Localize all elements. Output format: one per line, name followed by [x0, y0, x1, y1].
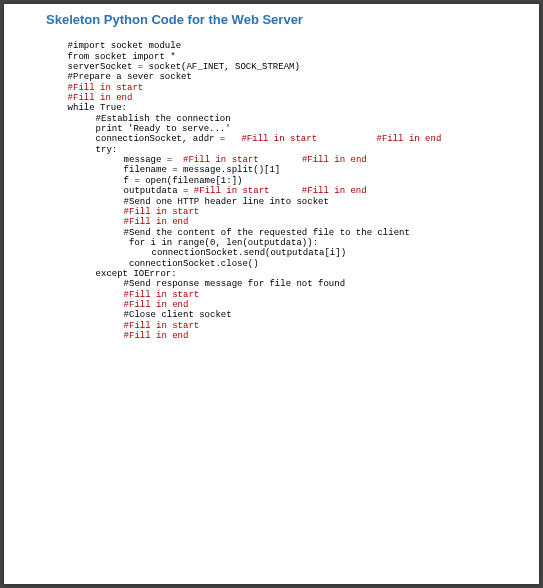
fill-in-marker: #Fill in end: [302, 155, 367, 165]
fill-in-marker: #Fill in end: [68, 217, 189, 227]
fill-in-marker: #Fill in start: [241, 134, 317, 144]
code-line: from socket import *: [68, 52, 176, 62]
code-line: #Send one HTTP header line into socket: [68, 197, 329, 207]
fill-in-marker: #Fill in end: [302, 186, 367, 196]
code-text: message =: [124, 155, 183, 165]
fill-in-marker: #Fill in start: [68, 83, 144, 93]
fill-in-marker: #Fill in start: [68, 290, 200, 300]
spacer: [269, 186, 301, 196]
code-line: filename = message.split()[1]: [68, 165, 281, 175]
doc-title: Skeleton Python Code for the Web Server: [46, 12, 497, 27]
code-line: #Send the content of the requested file …: [68, 228, 410, 238]
code-line: message = #Fill in start #Fill in end: [68, 155, 367, 165]
code-line: while True:: [68, 103, 127, 113]
code-line: #Send response message for file not foun…: [68, 279, 345, 289]
code-line: for i in range(0, len(outputdata)):: [68, 238, 318, 248]
fill-in-marker: #Fill in start: [183, 155, 259, 165]
fill-in-marker: #Fill in end: [68, 331, 189, 341]
document-page: Skeleton Python Code for the Web Server …: [4, 4, 539, 584]
fill-in-marker: #Fill in end: [68, 93, 133, 103]
code-line: #Prepare a sever socket: [68, 72, 192, 82]
fill-in-marker: #Fill in start: [68, 207, 200, 217]
code-text: connectionSocket, addr =: [96, 134, 242, 144]
code-line: connectionSocket.close(): [68, 259, 259, 269]
spacer: [259, 155, 302, 165]
code-line: f = open(filename[1:]): [68, 176, 243, 186]
code-line: except IOError:: [68, 269, 177, 279]
code-line: #Close client socket: [68, 310, 232, 320]
code-line: connectionSocket.send(outputdata[i]): [68, 248, 346, 258]
code-text: outputdata =: [124, 186, 194, 196]
fill-in-marker: #Fill in end: [376, 134, 441, 144]
spacer: [317, 134, 376, 144]
code-line: print 'Ready to serve...': [68, 124, 231, 134]
code-line: #Establish the connection: [68, 114, 231, 124]
code-line: #import socket module: [68, 41, 181, 51]
code-line: serverSocket = socket(AF_INET, SOCK_STRE…: [68, 62, 300, 72]
code-line: outputdata = #Fill in start #Fill in end: [68, 186, 367, 196]
fill-in-marker: #Fill in start: [194, 186, 270, 196]
code-line: try:: [68, 145, 118, 155]
fill-in-marker: #Fill in end: [68, 300, 189, 310]
code-block: #import socket module from socket import…: [46, 31, 497, 352]
fill-in-marker: #Fill in start: [68, 321, 200, 331]
code-line: connectionSocket, addr = #Fill in start …: [68, 134, 442, 144]
